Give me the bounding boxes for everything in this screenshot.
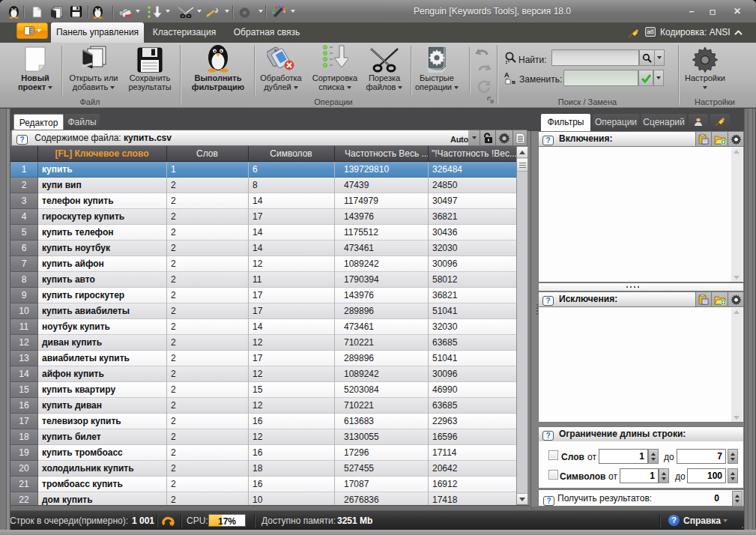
- svg-text:в: в: [512, 79, 515, 85]
- svg-text:A: A: [504, 71, 509, 79]
